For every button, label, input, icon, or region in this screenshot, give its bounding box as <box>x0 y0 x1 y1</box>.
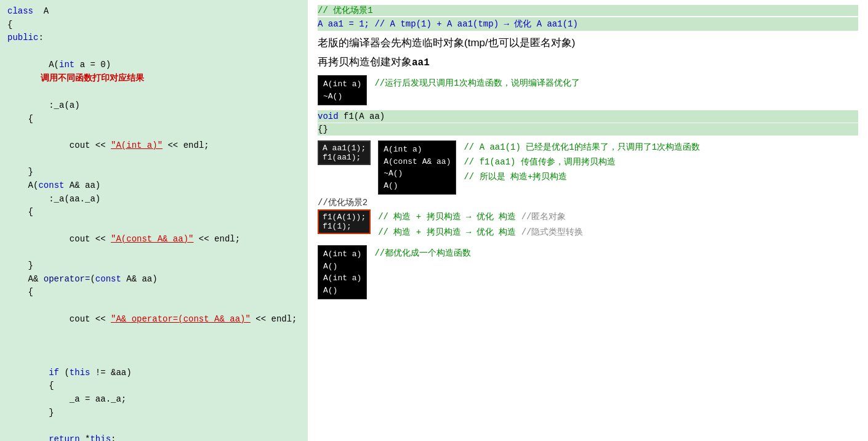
code-line-ob1: { <box>7 113 300 126</box>
scene2-calls-row: f1(A(1)); f1(1); // 构造 + 拷贝构造 → 优化 构造 //… <box>318 209 858 240</box>
scene2-comments: // A aa1(1) 已经是优化1的结果了，只调用了1次构造函数 // f1(… <box>464 140 700 184</box>
code-line-ob2: { <box>7 206 300 219</box>
code-line-cb2: } <box>7 259 300 273</box>
scene2-call-box: f1(A(1)); f1(1); <box>318 209 371 234</box>
scene1-output-row: A(int a) ~A() //运行后发现只调用1次构造函数，说明编译器优化了 <box>318 75 858 105</box>
scene2-label: //优化场景2 <box>318 197 858 208</box>
f1-declaration: void f1(A aa) <box>318 110 858 123</box>
scene1-highlight: A aa1 = 1; // A tmp(1) + A aa1(tmp) → 优化… <box>318 17 858 31</box>
scene2-call-comments: // 构造 + 拷贝构造 → 优化 构造 //匿名对象 // 构造 + 拷贝构造… <box>378 209 583 240</box>
scene2-output-row: A(int a) A() A(int a) A() //都优化成一个构造函数 <box>318 245 858 299</box>
code-line-cb4: } <box>7 407 300 420</box>
code-line-init1: :_a(a) <box>7 99 300 113</box>
scene1-comment: // 优化场景1 <box>318 5 858 16</box>
left-panel: class A { public: A(int a = 0) 调用不同函数打印对… <box>0 0 308 441</box>
code-line-return: return *this; <box>7 433 300 441</box>
code-line-init2: :_a(aa._a) <box>7 193 300 206</box>
output-box-3: A(int a) A() A(int a) A() <box>318 245 367 299</box>
code-line-ctor1: A(int a = 0) 调用不同函数打印对应结果 <box>7 45 300 99</box>
code-line-cout3: cout << "A& operator=(const A& aa)" << e… <box>7 299 300 353</box>
code-line-assign: _a = aa._a; <box>7 393 300 407</box>
code-line-opeq: A& operator=(const A& aa) <box>7 273 300 286</box>
scene1-desc2: 再拷贝构造创建对象aa1 <box>318 54 858 71</box>
right-panel: // 优化场景1 A aa1 = 1; // A tmp(1) + A aa1(… <box>308 0 868 441</box>
f1-body: {} <box>318 123 858 136</box>
code-line-cout1: cout << "A(int a)" << endl; <box>7 126 300 166</box>
code-line-cout2: cout << "A(const A& aa)" << endl; <box>7 219 300 259</box>
code-line-brace1: { <box>7 18 300 32</box>
output-box-1: A(int a) ~A() <box>318 75 367 105</box>
scene2-code-box: A aa1(1); f1(aa1); <box>318 140 371 165</box>
code-line-ob3: { <box>7 286 300 299</box>
code-line-public: public: <box>7 31 300 45</box>
scene2-final-comment: //都优化成一个构造函数 <box>374 248 471 259</box>
code-line-blank1 <box>7 353 300 366</box>
code-line-class: class A <box>7 5 300 18</box>
code-line-copyctor: A(const A& aa) <box>7 179 300 193</box>
code-line-if: if (this != &aa) <box>7 366 300 380</box>
scene1-comment-text: //运行后发现只调用1次构造函数，说明编译器优化了 <box>374 78 579 89</box>
code-line-cb1: } <box>7 166 300 179</box>
output-box-2: A(int a) A(const A& aa) ~A() A() <box>378 140 456 195</box>
scene2-row: A aa1(1); f1(aa1); A(int a) A(const A& a… <box>318 140 858 195</box>
code-line-ob4: { <box>7 379 300 393</box>
scene1-desc1: 老版的编译器会先构造临时对象(tmp/也可以是匿名对象) <box>318 34 858 52</box>
code-line-blank2 <box>7 419 300 433</box>
